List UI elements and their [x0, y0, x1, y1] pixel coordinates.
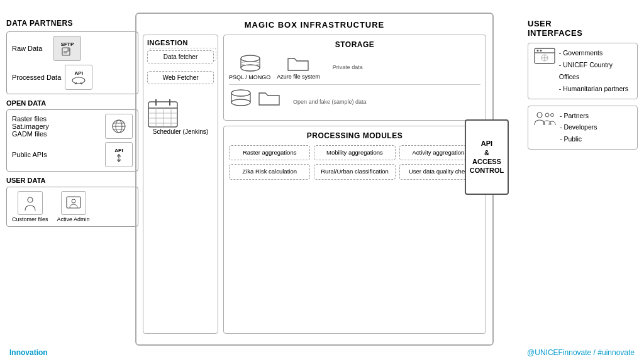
- module-box: Mobility aggregations: [314, 145, 395, 160]
- svg-point-44: [551, 113, 554, 116]
- globe-icon: [105, 114, 133, 139]
- data-partners-title: DATA PARTNERS: [6, 19, 138, 28]
- file-icon: [61, 47, 74, 56]
- api-label2: API: [114, 148, 123, 153]
- magic-box: MAGIC BOX INFRASTRUCTURE INGESTION Data …: [135, 13, 494, 346]
- module-box: Rural/Urban classification: [314, 164, 395, 179]
- svg-point-34: [231, 99, 250, 106]
- web-fetcher-box: Web Fetcher: [147, 71, 214, 84]
- open-db-item: x: [229, 89, 252, 115]
- people-user-item: Developers: [560, 121, 597, 133]
- browser-user-item: Governments: [559, 47, 632, 59]
- svg-point-26: [241, 55, 260, 62]
- people-users-list: PartnersDevelopersPublic: [560, 110, 597, 146]
- svg-rect-14: [67, 197, 80, 208]
- people-icon: [533, 110, 556, 129]
- module-box: Raster aggregations: [229, 145, 310, 160]
- open-folder-icon: [258, 89, 280, 107]
- psql-icon: [238, 54, 261, 73]
- azure-label: Azure file system: [277, 74, 320, 80]
- sftp-icon: SFTP: [53, 36, 81, 61]
- sftp-label: SFTP: [61, 41, 74, 47]
- svg-point-13: [28, 197, 33, 202]
- browser-icon: [533, 47, 555, 66]
- ingestion-panel: INGESTION Data fetcher Web Fetcher: [143, 35, 218, 334]
- data-fetcher-label: Data fetcher: [152, 53, 209, 60]
- raw-data-label: Raw Data: [12, 45, 50, 52]
- azure-folder-icon: [287, 55, 309, 72]
- right-content: STORAGE PSQL / MONGO: [223, 35, 486, 334]
- scheduler-icon: [147, 97, 179, 128]
- svg-point-31: [231, 90, 250, 96]
- scheduler-label: Scheduler (Jenkins): [147, 128, 214, 135]
- browser-users-list: GovernmentsUNICEF Country OfficesHumanit…: [559, 47, 632, 95]
- customer-files-icon: [18, 191, 43, 215]
- active-admin-label: Active Admin: [57, 216, 90, 222]
- left-panel: DATA PARTNERS Raw Data SFTP Processed Da…: [6, 19, 138, 232]
- storage-row-2: x x Open and fake (sample) data: [229, 89, 480, 115]
- svg-point-15: [72, 199, 75, 203]
- svg-point-3: [72, 77, 85, 84]
- psql-mongo-item: PSQL / MONGO: [229, 54, 270, 80]
- footer: Innovation @UNICEFinnovate / #uinnovate: [9, 348, 635, 357]
- people-user-item: Partners: [560, 110, 597, 122]
- magic-box-inner: INGESTION Data fetcher Web Fetcher: [143, 35, 486, 334]
- api-icon-label: API: [75, 70, 83, 76]
- active-admin-icon: [61, 191, 86, 215]
- api-access-control-box: API&ACCESSCONTROL: [465, 119, 509, 195]
- svg-point-42: [537, 112, 542, 118]
- cloud-arrows-icon: [71, 76, 86, 85]
- modules-grid: Raster aggregationsMobility aggregations…: [229, 145, 480, 180]
- browser-user-item: UNICEF Country Offices: [559, 59, 632, 83]
- user-data-box: Customer files Active Admin: [6, 187, 138, 227]
- open-label: Open and fake (sample) data: [293, 99, 480, 105]
- open-data-box: Raster files Sat.imagery GADM files Publ…: [6, 109, 138, 172]
- storage-title: STORAGE: [229, 40, 480, 49]
- user-interfaces-title: USERINTERFACES: [528, 19, 638, 38]
- open-db-icon: [229, 89, 252, 107]
- svg-point-38: [540, 50, 542, 52]
- storage-divider: [229, 84, 480, 85]
- active-admin-item: Active Admin: [57, 191, 90, 222]
- api-cloud-icon: API: [65, 65, 92, 90]
- data-fetcher-stack: Data fetcher: [147, 50, 214, 63]
- svg-point-29: [241, 65, 260, 71]
- api-access-label: API&ACCESSCONTROL: [470, 139, 504, 175]
- user-data-title: USER DATA: [6, 177, 138, 184]
- psql-label: PSQL / MONGO: [229, 74, 270, 80]
- storage-panel: STORAGE PSQL / MONGO: [223, 35, 486, 121]
- people-user-item: Public: [560, 133, 597, 145]
- gadm-files-label: GADM files: [12, 130, 101, 138]
- customer-files-item: Customer files: [12, 191, 48, 222]
- sat-imagery-label: Sat.imagery: [12, 123, 101, 130]
- public-apis-label: Public APIs: [12, 151, 101, 158]
- processed-data-label: Processed Data: [12, 74, 61, 81]
- processing-panel: PROCESSING MODULES Raster aggregationsMo…: [223, 126, 486, 334]
- data-fetcher-box: Data fetcher: [147, 50, 214, 63]
- browser-user-item: Humanitarian partners: [559, 83, 632, 95]
- raster-files-label: Raster files: [12, 115, 101, 123]
- azure-file-item: Azure file system: [277, 55, 320, 80]
- open-data-title: OPEN DATA: [6, 99, 138, 107]
- open-folder-item: x: [258, 89, 280, 114]
- footer-right: @UNICEFinnovate / #uinnovate: [527, 348, 635, 357]
- footer-left: Innovation: [9, 348, 48, 357]
- svg-point-43: [545, 113, 549, 117]
- module-box: Zika Risk calculation: [229, 164, 310, 179]
- web-fetcher-label: Web Fetcher: [152, 74, 209, 81]
- people-users-box: PartnersDevelopersPublic: [528, 106, 638, 150]
- api-arrows-icon: API: [105, 142, 133, 167]
- svg-point-37: [537, 50, 539, 52]
- storage-row-1: PSQL / MONGO Azure file system Private d…: [229, 54, 480, 80]
- browser-users-box: GovernmentsUNICEF Country OfficesHumanit…: [528, 43, 638, 99]
- private-label: Private data: [333, 64, 480, 70]
- ingestion-title: INGESTION: [147, 39, 214, 47]
- diagram: DATA PARTNERS Raw Data SFTP Processed Da…: [0, 0, 644, 362]
- magic-box-title: MAGIC BOX INFRASTRUCTURE: [143, 20, 486, 30]
- data-partners-box: Raw Data SFTP Processed Data API: [6, 31, 138, 94]
- scheduler-section: Scheduler (Jenkins): [147, 97, 214, 135]
- processing-title: PROCESSING MODULES: [229, 131, 480, 140]
- user-interfaces-panel: USERINTERFACES GovernmentsUNICEF Country…: [528, 19, 638, 150]
- customer-files-label: Customer files: [12, 216, 48, 222]
